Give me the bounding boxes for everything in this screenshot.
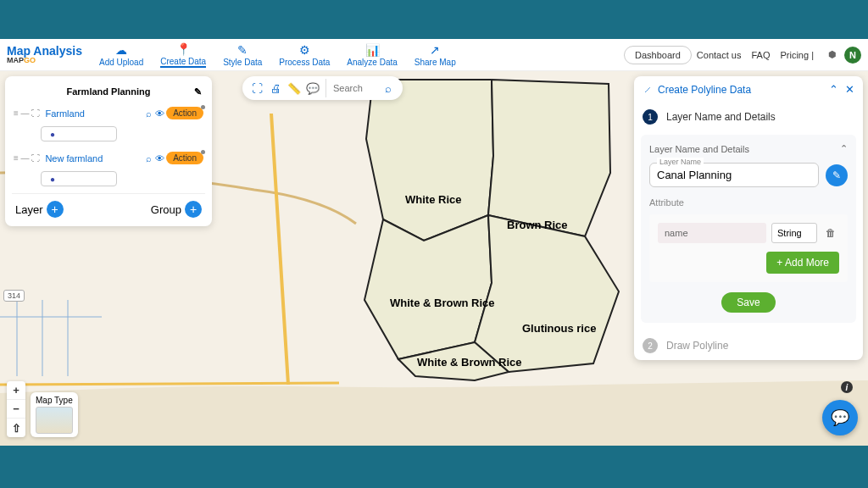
layer-row: ≡ — ⛶ Farmland ⌕ 👁 Action <box>12 103 205 123</box>
search-input[interactable] <box>333 83 379 93</box>
nav-analyze-data[interactable]: 📊Analyze Data <box>347 43 397 67</box>
app-header: Map Analysis MAPGO ☁Add Upload 📍Create D… <box>0 39 868 71</box>
save-button[interactable]: Save <box>721 292 775 313</box>
print-icon[interactable]: 🖨 <box>266 79 285 97</box>
create-polyline-panel: ⟋ Create Polyline Data ⌃ ✕ 1 Layer Name … <box>634 76 863 360</box>
apps-icon[interactable]: ⬢ <box>826 48 839 62</box>
zoom-out-button[interactable]: − <box>7 400 25 419</box>
layer-name-label: Layer Name <box>657 158 704 166</box>
region-label: White Rice <box>405 193 461 206</box>
panel-title: Create Polyline Data <box>658 84 822 96</box>
layers-panel: Farmland Planning ✎ ≡ — ⛶ Farmland ⌕ 👁 A… <box>5 76 212 226</box>
layer-name[interactable]: Farmland <box>45 108 144 119</box>
region-label: Brown Rice <box>507 219 568 231</box>
dashboard-button[interactable]: Dashboard <box>624 46 692 64</box>
visibility-icon[interactable]: 👁 <box>155 153 164 164</box>
chart-icon: 📊 <box>365 43 380 57</box>
close-icon[interactable]: ✕ <box>845 83 854 96</box>
add-layer-label: Layer <box>15 203 43 216</box>
road-badge: 314 <box>3 290 25 302</box>
layer-drag-icon[interactable]: ≡ — ⛶ <box>14 108 40 118</box>
map-type-thumb <box>36 407 73 434</box>
add-group-button[interactable]: + <box>185 201 202 218</box>
region-label: White & Brown Rice <box>390 297 495 309</box>
measure-icon[interactable]: 📏 <box>285 79 303 97</box>
delete-attr-icon[interactable]: 🗑 <box>822 227 839 239</box>
nav-create-data[interactable]: 📍Create Data <box>160 42 206 68</box>
add-group-label: Group <box>151 203 181 216</box>
layer-drag-icon[interactable]: ≡ — ⛶ <box>14 153 40 163</box>
logo-sub: MAPGO <box>7 57 86 64</box>
map-toolbar: ⛶ 🖨 📏 💬 ⌕ <box>242 76 403 100</box>
step-number: 2 <box>643 338 658 353</box>
chevron-up-icon: ⌃ <box>840 143 848 154</box>
fullscreen-icon[interactable]: ⛶ <box>248 79 266 97</box>
attr-name-field[interactable]: name <box>658 223 766 243</box>
logo: Map Analysis <box>7 45 82 57</box>
layer-style-swatch[interactable] <box>41 171 117 186</box>
step-label: Layer Name and Details <box>666 111 776 123</box>
section-toggle[interactable]: Layer Name and Details ⌃ <box>649 143 848 154</box>
avatar[interactable]: N <box>844 47 861 64</box>
attribute-label: Attribute <box>649 197 848 208</box>
nav-process-data[interactable]: ⚙Process Data <box>279 43 330 67</box>
attr-type-select[interactable]: String <box>771 223 817 243</box>
locate-button[interactable]: ⇧ <box>7 419 25 437</box>
info-icon[interactable]: i <box>841 381 853 393</box>
zoom-controls: + − ⇧ <box>7 381 25 437</box>
gear-icon: ⚙ <box>299 43 310 57</box>
add-more-button[interactable]: Add More <box>766 252 839 274</box>
zoom-to-icon[interactable]: ⌕ <box>146 108 152 119</box>
layer-action-button[interactable]: Action <box>166 107 203 119</box>
zoom-to-icon[interactable]: ⌕ <box>146 153 152 164</box>
region-label: Glutinous rice <box>522 322 596 335</box>
search-icon[interactable]: ⌕ <box>379 79 398 97</box>
comment-icon[interactable]: 💬 <box>303 79 322 97</box>
pencil-icon: ✎ <box>237 43 248 57</box>
panel-title: Farmland Planning <box>66 86 150 97</box>
step-label: Draw Polyline <box>666 340 728 352</box>
map-type-label: Map Type <box>36 396 73 405</box>
step-number: 1 <box>643 109 658 125</box>
nav-style-data[interactable]: ✎Style Data <box>223 43 262 67</box>
share-icon: ↗ <box>430 43 440 57</box>
chat-button[interactable]: 💬 <box>822 400 858 435</box>
layer-name[interactable]: New farmland <box>45 153 144 164</box>
add-layer-button[interactable]: + <box>47 201 64 218</box>
collapse-icon[interactable]: ⌃ <box>829 83 838 96</box>
visibility-icon[interactable]: 👁 <box>155 108 164 119</box>
layer-row: ≡ — ⛶ New farmland ⌕ 👁 Action <box>12 148 205 168</box>
region-label: White & Brown Rice <box>417 356 522 369</box>
faq-link[interactable]: FAQ <box>751 50 770 60</box>
nav-add-upload[interactable]: ☁Add Upload <box>99 43 143 67</box>
contact-link[interactable]: Contact us <box>697 50 742 60</box>
map-canvas[interactable]: White Rice Brown Rice White & Brown Rice… <box>0 71 868 446</box>
layer-name-input[interactable] <box>657 169 811 181</box>
pin-icon: 📍 <box>176 42 191 56</box>
edit-title-icon[interactable]: ✎ <box>194 86 202 97</box>
edit-layer-button[interactable]: ✎ <box>826 164 848 186</box>
layer-style-swatch[interactable] <box>41 126 117 141</box>
polyline-icon: ⟋ <box>643 84 653 96</box>
layer-action-button[interactable]: Action <box>166 152 203 164</box>
nav-share-map[interactable]: ↗Share Map <box>415 43 456 67</box>
cloud-upload-icon: ☁ <box>115 43 127 57</box>
map-type-picker[interactable]: Map Type <box>31 392 78 437</box>
zoom-in-button[interactable]: + <box>7 381 25 400</box>
pricing-link[interactable]: Pricing | <box>780 50 814 60</box>
